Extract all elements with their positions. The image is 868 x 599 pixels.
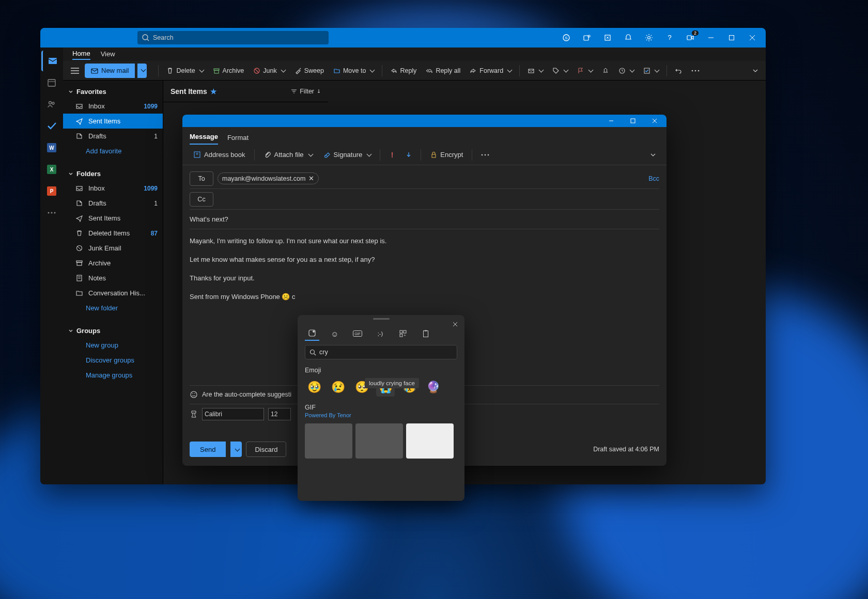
emoji-cat-clipboard-icon[interactable] [419,326,433,341]
rail-powerpoint-icon[interactable]: P [41,181,62,201]
forward-button[interactable]: Forward [466,65,515,76]
more-ribbon-button[interactable] [688,68,703,74]
compose-collapse-button[interactable] [647,151,659,159]
settings-icon[interactable] [640,28,658,47]
emoji-cat-recent-icon[interactable] [305,326,319,341]
tab-home[interactable]: Home [72,48,90,60]
importance-low-button[interactable] [402,149,415,161]
rail-people-icon[interactable] [41,94,62,115]
emoji-cat-kaomoji-icon[interactable]: ;-) [373,326,388,341]
rail-word-icon[interactable]: W [41,137,62,158]
compose-tab-format[interactable]: Format [227,131,249,145]
groups-header[interactable]: Groups [63,324,163,338]
signature-button[interactable]: Signature [319,149,375,161]
address-book-button[interactable]: Address book [190,149,249,161]
compose-close-button[interactable] [644,115,665,127]
add-favorite-link[interactable]: Add favorite [63,144,163,159]
emoji-search-input[interactable] [305,345,457,359]
emoji-close-button[interactable] [449,318,461,330]
new-mail-button[interactable]: New mail [85,64,135,78]
snooze-button[interactable] [615,65,638,76]
emoji-result[interactable]: 🔮 [424,378,442,397]
notifications-icon[interactable] [619,28,638,47]
emoji-drag-handle[interactable] [298,315,464,322]
gif-result[interactable] [305,423,352,459]
emoji-cat-symbols-icon[interactable]: + [396,326,410,341]
importance-high-button[interactable]: ! [385,149,399,161]
undo-button[interactable] [671,65,686,76]
sidebar-folder-junk[interactable]: Junk Email [63,241,163,256]
font-size-select[interactable] [268,408,291,420]
message-body[interactable]: Mayank, I'm writing to follow up. I'm no… [190,229,659,303]
delete-button[interactable]: Delete [163,65,207,76]
new-group-link[interactable]: New group [63,338,163,353]
manage-groups-link[interactable]: Manage groups [63,368,163,383]
remove-recipient-icon[interactable]: ✕ [308,175,314,182]
emoji-cat-gif-icon[interactable]: GIF [350,326,365,341]
search-input[interactable]: Search [137,31,329,44]
sidebar-folder-inbox[interactable]: Inbox1099 [63,181,163,196]
attach-file-button[interactable]: Attach file [260,149,316,161]
encrypt-button[interactable]: Encrypt [426,149,467,161]
junk-button[interactable]: Junk [250,65,288,76]
close-button[interactable] [743,28,762,47]
minimize-button[interactable] [702,28,720,47]
nav-toggle-icon[interactable] [67,63,83,78]
rail-todo-icon[interactable] [41,116,62,136]
send-button[interactable]: Send [190,442,226,457]
sidebar-folder-notes[interactable]: Notes [63,271,163,286]
filter-button[interactable]: Filter [291,88,321,95]
rail-excel-icon[interactable]: X [41,159,62,180]
tenor-link[interactable]: Powered By Tenor [298,412,464,421]
discover-groups-link[interactable]: Discover groups [63,353,163,368]
gif-result[interactable] [406,423,454,459]
sidebar-folder-drafts[interactable]: Drafts1 [63,196,163,211]
sidebar-folder-deleted[interactable]: Deleted Items87 [63,226,163,241]
flag-button[interactable] [574,65,596,76]
subject-field[interactable]: What's next? [190,210,659,229]
reply-button[interactable]: Reply [386,65,420,76]
gif-result[interactable] [355,423,403,459]
to-button[interactable]: To [190,171,213,186]
new-folder-link[interactable]: New folder [63,301,163,316]
sidebar-folder-conversation[interactable]: Conversation His... [63,286,163,301]
send-dropdown[interactable] [230,442,242,457]
ribbon-collapse-button[interactable] [749,65,762,77]
sidebar-folder-archive[interactable]: Archive [63,256,163,271]
compose-minimize-button[interactable] [600,115,622,127]
cc-field-row[interactable]: Cc [190,189,659,210]
favorites-header[interactable]: Favorites [63,85,163,99]
rail-more-icon[interactable] [41,202,62,223]
sidebar-item-drafts[interactable]: Drafts1 [63,129,163,144]
compose-tab-message[interactable]: Message [190,130,218,145]
rail-mail-icon[interactable] [41,51,62,71]
tab-view[interactable]: View [101,49,115,59]
tips-icon[interactable] [598,28,617,47]
read-unread-button[interactable] [524,65,547,76]
format-painter-icon[interactable] [190,410,198,418]
archive-button[interactable]: Archive [209,65,248,76]
rail-calendar-icon[interactable] [41,72,62,93]
pin-button[interactable] [598,65,613,76]
tag-button[interactable] [549,65,571,76]
recipient-pill[interactable]: mayank@windowslatest.com✕ [218,172,319,184]
sweep-button[interactable]: Sweep [291,65,328,76]
cc-button[interactable]: Cc [190,192,213,207]
discard-button[interactable]: Discard [246,442,286,457]
sidebar-folder-sent[interactable]: Sent Items [63,211,163,226]
skype-icon[interactable]: S [557,28,576,47]
folders-header[interactable]: Folders [63,167,163,181]
font-name-select[interactable] [202,408,264,420]
move-to-button[interactable]: Move to [330,65,378,76]
teams-icon[interactable] [578,28,596,47]
sidebar-item-inbox[interactable]: Inbox1099 [63,99,163,114]
emoji-result[interactable]: 🥹 [305,378,323,397]
sidebar-item-sent[interactable]: Sent Items [63,114,163,129]
new-mail-dropdown[interactable] [137,64,147,78]
bcc-link[interactable]: Bcc [648,175,659,182]
emoji-cat-smileys-icon[interactable]: ☺ [328,326,342,341]
maximize-button[interactable] [722,28,741,47]
meet-now-icon[interactable]: 2 [681,28,700,47]
emoji-result[interactable]: 😢 [329,378,347,397]
compose-maximize-button[interactable] [622,115,644,127]
